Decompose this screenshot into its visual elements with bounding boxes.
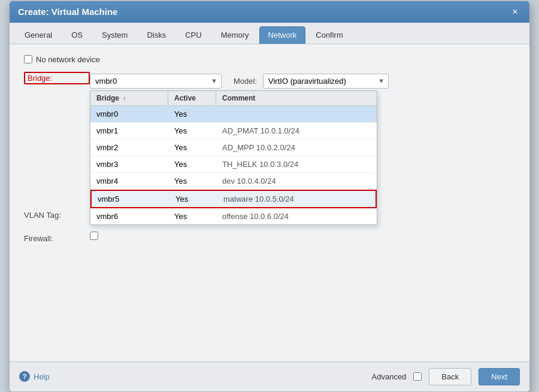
bridge-cell: vmbr5	[92, 191, 169, 207]
sort-arrow: ↑	[123, 95, 126, 102]
close-button[interactable]: ×	[509, 6, 521, 18]
active-cell: Yes	[168, 123, 216, 139]
tab-os[interactable]: OS	[62, 26, 92, 44]
comment-cell: offense 10.0.6.0/24	[216, 208, 377, 224]
tab-bar: GeneralOSSystemDisksCPUMemoryNetworkConf…	[10, 23, 529, 44]
dropdown-row-vmbr4[interactable]: vmbr4 Yes dev 10.0.4.0/24	[90, 173, 377, 190]
comment-cell: AD_MPP 10.0.2.0/24	[216, 139, 377, 156]
active-cell: Yes	[169, 191, 217, 207]
back-button[interactable]: Back	[429, 368, 471, 385]
tab-cpu[interactable]: CPU	[176, 26, 210, 44]
bridge-cell: vmbr1	[90, 123, 168, 139]
dropdown-row-vmbr3[interactable]: vmbr3 Yes TH_HELK 10.0.3.0/24	[90, 156, 377, 173]
model-select[interactable]: VirtIO (paravirtualized)	[263, 74, 389, 89]
firewall-controls	[90, 232, 515, 240]
active-cell: Yes	[168, 156, 216, 172]
model-label: Model:	[234, 77, 257, 86]
dropdown-header: Bridge ↑ Active Comment	[90, 91, 377, 106]
bridge-row: Bridge: vmbr0vmbr1vmbr2vmbr3vmbr4vmbr5vm…	[24, 74, 515, 89]
dialog-header: Create: Virtual Machine ×	[10, 1, 529, 23]
bridge-cell: vmbr0	[90, 106, 168, 122]
bridge-cell: vmbr4	[90, 173, 168, 189]
tab-memory[interactable]: Memory	[212, 26, 258, 44]
bridge-label: Bridge:	[24, 72, 90, 84]
network-tab-content: No network device Bridge: vmbr0vmbr1vmbr…	[10, 44, 529, 361]
tab-general[interactable]: General	[16, 26, 61, 44]
dropdown-row-vmbr5[interactable]: vmbr5 Yes malware 10.0.5.0/24	[90, 190, 377, 208]
dialog-title: Create: Virtual Machine	[18, 7, 117, 17]
firewall-label: Firewall:	[24, 232, 90, 243]
tab-disks[interactable]: Disks	[138, 26, 175, 44]
comment-cell: AD_PMAT 10.0.1.0/24	[216, 123, 377, 139]
col-bridge-header: Bridge ↑	[90, 91, 168, 105]
dropdown-row-vmbr6[interactable]: vmbr6 Yes offense 10.0.6.0/24	[90, 208, 377, 224]
col-active-header: Active	[168, 91, 216, 105]
no-network-checkbox[interactable]	[24, 55, 32, 63]
comment-cell: TH_HELK 10.0.3.0/24	[216, 156, 377, 172]
vlan-label: VLAN Tag:	[24, 208, 90, 220]
bridge-cell: vmbr3	[90, 156, 168, 172]
bridge-select-wrapper: vmbr0vmbr1vmbr2vmbr3vmbr4vmbr5vmbr6 ▼ Br…	[90, 74, 222, 89]
bridge-cell: vmbr2	[90, 139, 168, 156]
create-vm-dialog: Create: Virtual Machine × GeneralOSSyste…	[9, 1, 530, 392]
active-cell: Yes	[168, 139, 216, 156]
dropdown-row-vmbr1[interactable]: vmbr1 Yes AD_PMAT 10.0.1.0/24	[90, 123, 377, 139]
dropdown-row-vmbr0[interactable]: vmbr0 Yes	[90, 106, 377, 123]
firewall-checkbox[interactable]	[90, 232, 98, 240]
model-select-wrapper: VirtIO (paravirtualized) ▼	[263, 74, 389, 89]
advanced-checkbox[interactable]	[413, 372, 422, 381]
comment-cell: dev 10.0.4.0/24	[216, 173, 377, 189]
tab-network[interactable]: Network	[259, 26, 306, 44]
bridge-controls: vmbr0vmbr1vmbr2vmbr3vmbr4vmbr5vmbr6 ▼ Br…	[90, 74, 515, 89]
active-cell: Yes	[168, 208, 216, 224]
tab-confirm[interactable]: Confirm	[307, 26, 352, 44]
bridge-cell: vmbr6	[90, 208, 168, 224]
bridge-dropdown: Bridge ↑ Active Comment vmbr0 Yes vmbr1 …	[90, 90, 377, 225]
help-label: Help	[34, 372, 50, 381]
footer-right: Advanced Back Next	[372, 368, 520, 385]
active-cell: Yes	[168, 173, 216, 189]
col-comment-header: Comment	[216, 91, 377, 105]
bridge-select[interactable]: vmbr0vmbr1vmbr2vmbr3vmbr4vmbr5vmbr6	[90, 74, 222, 89]
active-cell: Yes	[168, 106, 216, 122]
advanced-label: Advanced	[372, 372, 407, 381]
no-network-row: No network device	[24, 55, 515, 64]
dropdown-row-vmbr2[interactable]: vmbr2 Yes AD_MPP 10.0.2.0/24	[90, 139, 377, 156]
help-button[interactable]: ? Help	[19, 371, 50, 382]
next-button[interactable]: Next	[479, 368, 520, 385]
help-icon: ?	[19, 371, 30, 382]
tab-system[interactable]: System	[93, 26, 137, 44]
dialog-footer: ? Help Advanced Back Next	[10, 361, 529, 391]
comment-cell	[216, 110, 377, 117]
comment-cell: malware 10.0.5.0/24	[217, 191, 376, 207]
firewall-row: Firewall:	[24, 232, 515, 243]
no-network-label: No network device	[36, 55, 100, 64]
